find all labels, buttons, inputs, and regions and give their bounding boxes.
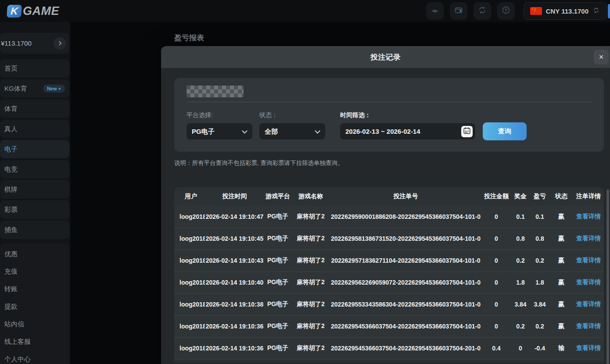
- cell-profit: 0.1: [530, 206, 550, 228]
- signal-button[interactable]: [426, 2, 444, 20]
- cell-time: 2026-02-14 19:10:36: [205, 337, 264, 359]
- sidebar-account-item[interactable]: 转账: [0, 280, 69, 298]
- view-detail-link[interactable]: 查看详情: [576, 213, 601, 220]
- signal-icon: [430, 5, 440, 17]
- page-title: 盈亏报表: [174, 33, 204, 43]
- platform-select[interactable]: PG电子: [187, 123, 252, 139]
- column-header: 盈亏: [530, 187, 550, 206]
- customer-service-icon: [501, 5, 511, 17]
- currency-selector[interactable]: CNY 113.1700: [524, 2, 606, 20]
- cell-bet-no: 2022629553343586304-2022629545366037504-…: [330, 293, 481, 315]
- view-detail-link[interactable]: 查看详情: [576, 257, 601, 264]
- cell-bet-no: 2022629545366037504-2022629545366037504-…: [330, 315, 481, 337]
- sidebar-nav-item[interactable]: 电子: [0, 140, 69, 158]
- wallet-button[interactable]: [450, 2, 467, 20]
- cell-profit: 0.8: [530, 228, 550, 250]
- sidebar-nav-item[interactable]: 体育: [0, 100, 69, 118]
- sidebar-nav-item[interactable]: 首页: [0, 59, 69, 78]
- view-detail-link[interactable]: 查看详情: [576, 344, 601, 351]
- bet-table-wrap: 用户投注时间游戏平台游戏名称投注单号投注金额奖金盈亏状态注单详情 loog201…: [174, 187, 604, 363]
- app-root: K GAME: [0, 0, 610, 364]
- partial-next-row: [174, 359, 604, 363]
- cell-time: 2026-02-14 19:10:43: [205, 250, 264, 271]
- cell-game: 麻将胡了2: [291, 293, 330, 315]
- sidebar-nav-item[interactable]: 真人: [0, 120, 69, 138]
- cell-amount: 0: [481, 228, 511, 250]
- cell-platform: PG电子: [264, 228, 291, 250]
- sidebar-account-item[interactable]: 充值: [0, 263, 69, 280]
- column-header: 用户: [174, 187, 205, 206]
- modal-header: 投注记录 ×: [161, 46, 610, 68]
- china-flag-icon: [530, 7, 542, 15]
- cell-time: 2026-02-14 19:10:40: [205, 271, 264, 293]
- cell-time: 2026-02-14 19:10:47: [205, 206, 264, 228]
- close-button[interactable]: ×: [594, 50, 609, 64]
- cell-game: 麻将胡了2: [291, 315, 330, 337]
- view-detail-link[interactable]: 查看详情: [576, 278, 601, 285]
- cell-status: 赢: [550, 271, 573, 293]
- balance-amount: ¥113.1700: [1, 39, 32, 47]
- sidebar-account-item[interactable]: 优惠: [0, 245, 69, 263]
- sidebar-nav-item[interactable]: 捕鱼: [0, 221, 69, 239]
- date-range-input[interactable]: [340, 128, 461, 135]
- cell-profit: 3.84: [530, 293, 550, 315]
- status-select-wrap: 全部: [259, 123, 325, 139]
- sidebar-account-item[interactable]: 站内信: [0, 315, 69, 333]
- cell-platform: PG电子: [264, 250, 291, 271]
- sidebar-nav-item[interactable]: 电竞: [0, 160, 69, 178]
- bet-table: 用户投注时间游戏平台游戏名称投注单号投注金额奖金盈亏状态注单详情 loog201…: [174, 187, 604, 359]
- masked-username: [187, 86, 244, 97]
- table-row: loog2018 2026-02-14 19:10:43 PG电子 麻将胡了2 …: [174, 250, 604, 271]
- cell-status: 赢: [550, 293, 573, 315]
- cell-game: 麻将胡了2: [291, 250, 330, 271]
- table-row: loog2018 2026-02-14 19:10:38 PG电子 麻将胡了2 …: [174, 293, 604, 315]
- sidebar-account-item[interactable]: 提款: [0, 298, 69, 315]
- sidebar-nav-item[interactable]: 棋牌: [0, 180, 69, 199]
- query-button[interactable]: 查询: [483, 122, 527, 140]
- cell-bonus: 0.1: [511, 206, 530, 228]
- cell-user: loog2018: [174, 228, 205, 250]
- cell-profit: -0.4: [530, 337, 550, 359]
- view-detail-link[interactable]: 查看详情: [576, 322, 601, 329]
- cell-platform: PG电子: [264, 315, 291, 337]
- cell-profit: 1.8: [530, 271, 550, 293]
- modal-title: 投注记录: [371, 52, 401, 62]
- view-detail-link[interactable]: 查看详情: [576, 300, 601, 307]
- cell-bonus: 0.2: [511, 315, 530, 337]
- cell-amount: 0: [481, 271, 511, 293]
- cell-amount: 0.4: [481, 337, 511, 359]
- cell-user: loog2018: [174, 250, 205, 271]
- bet-table-body: loog2018 2026-02-14 19:10:47 PG电子 麻将胡了2 …: [174, 206, 604, 359]
- sync-button[interactable]: [474, 2, 491, 20]
- column-header: 状态: [550, 187, 573, 206]
- sidebar-account-item[interactable]: 个人中心: [0, 350, 69, 364]
- edge-button-sliver[interactable]: [608, 4, 610, 18]
- kgame-logo[interactable]: K GAME: [7, 4, 59, 18]
- calendar-button[interactable]: [461, 126, 473, 137]
- balance-expand-button[interactable]: [54, 37, 66, 50]
- cell-bonus: 0.2: [511, 250, 530, 271]
- cell-status: 输: [550, 337, 573, 359]
- sidebar-nav-item[interactable]: 彩票: [0, 200, 69, 219]
- bet-records-modal: 投注记录 × 平台选择: 状态： 时间筛选： PG电子 全部: [161, 46, 610, 364]
- sidebar-nav: 首页 KG体育 New + 体育 真人 电子 电竞 棋牌 彩票 捕鱼: [0, 59, 70, 239]
- chevron-right-icon: [57, 41, 61, 46]
- time-filter-label: 时间筛选：: [340, 111, 371, 119]
- customer-service-button[interactable]: [497, 2, 515, 20]
- table-header-row: 用户投注时间游戏平台游戏名称投注单号投注金额奖金盈亏状态注单详情: [174, 187, 604, 206]
- cell-bet-no: 2022629571836271104-2022629545366037504-…: [330, 250, 481, 271]
- cell-bonus: 0: [511, 337, 530, 359]
- date-range-wrap: [340, 123, 475, 139]
- status-select[interactable]: 全部: [259, 123, 325, 139]
- cell-profit: 0.2: [530, 315, 550, 337]
- view-detail-link[interactable]: 查看详情: [576, 235, 601, 242]
- table-scrollbar-thumb[interactable]: [606, 189, 609, 364]
- cell-profit: 0.2: [530, 250, 550, 271]
- balance-card: ¥113.1700: [0, 33, 69, 54]
- sidebar-nav-item[interactable]: KG体育 New +: [0, 79, 69, 98]
- cell-user: loog2018: [174, 206, 205, 228]
- cell-game: 麻将胡了2: [291, 337, 330, 359]
- sidebar-account-item[interactable]: 线上客服: [0, 333, 69, 350]
- refresh-icon[interactable]: [592, 7, 600, 16]
- cell-user: loog2018: [174, 293, 205, 315]
